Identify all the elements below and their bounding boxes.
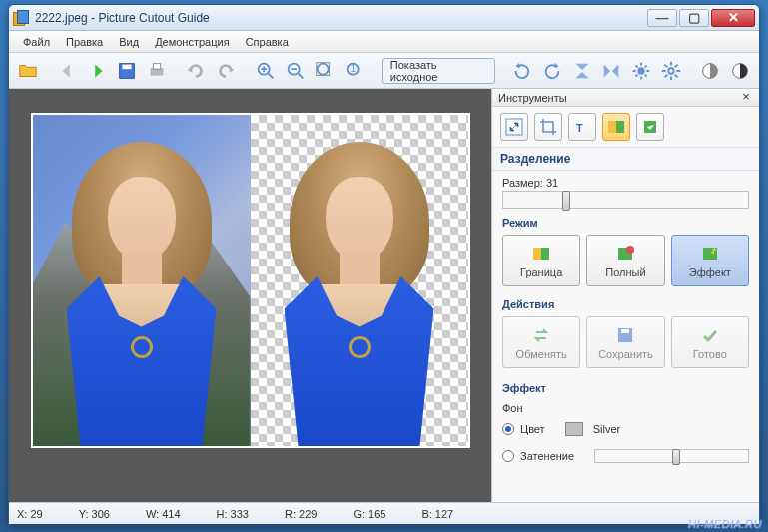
zoom-fit-button[interactable]	[312, 58, 338, 84]
svg-text:T: T	[576, 122, 583, 134]
menu-edit[interactable]: Правка	[58, 36, 111, 48]
mode-full-button[interactable]: Полный	[586, 235, 664, 286]
svg-point-6	[318, 63, 329, 74]
window-title: 2222.jpeg - Picture Cutout Guide	[35, 11, 647, 25]
status-w: W: 414	[146, 508, 181, 520]
color-picker[interactable]: Silver	[565, 422, 621, 436]
menu-file[interactable]: Файл	[15, 36, 58, 48]
main-area: Инструменты × T Разделение Размер: 31 Ре…	[9, 89, 759, 502]
cutout-image	[251, 115, 468, 446]
rotate-right-button[interactable]	[539, 58, 565, 84]
text-tool[interactable]: T	[568, 113, 596, 141]
rotate-left-button[interactable]	[509, 58, 535, 84]
zoom-actual-button[interactable]: 1	[342, 58, 368, 84]
titlebar: 2222.jpeg - Picture Cutout Guide — ▢ ✕	[9, 5, 759, 31]
radio-shade[interactable]: Затенение	[502, 450, 574, 462]
contrast-high-button[interactable]	[727, 58, 753, 84]
svg-point-22	[626, 246, 634, 254]
status-g: G: 165	[353, 508, 385, 520]
status-x: X: 29	[17, 508, 43, 520]
mode-border-button[interactable]: Граница	[502, 235, 580, 286]
svg-rect-3	[153, 63, 160, 68]
svg-text:1: 1	[350, 62, 356, 73]
resize-tool[interactable]	[500, 113, 528, 141]
size-label: Размер:	[502, 177, 543, 189]
menubar: Файл Правка Вид Демонстрация Справка	[9, 31, 759, 53]
svg-rect-20	[541, 248, 549, 260]
canvas-area[interactable]	[9, 89, 491, 502]
redo-button[interactable]	[213, 58, 239, 84]
app-icon	[13, 10, 29, 26]
mode-label: Режим	[492, 215, 759, 231]
save-result-button[interactable]: Сохранить	[586, 316, 664, 368]
done-button[interactable]: Готово	[671, 316, 749, 368]
menu-help[interactable]: Справка	[238, 36, 297, 48]
svg-point-11	[668, 68, 674, 74]
watermark: HI-MEDIA.RU	[688, 518, 762, 530]
zoom-in-button[interactable]	[253, 58, 279, 84]
settings-button[interactable]	[658, 58, 684, 84]
svg-point-10	[637, 67, 644, 74]
close-button[interactable]: ✕	[711, 9, 755, 27]
print-button[interactable]	[144, 58, 170, 84]
brightness-button[interactable]	[628, 58, 654, 84]
toolbar: 1 Показать исходное	[9, 53, 759, 89]
app-window: 2222.jpeg - Picture Cutout Guide — ▢ ✕ Ф…	[8, 4, 760, 524]
svg-rect-1	[122, 64, 131, 69]
status-y: Y: 306	[79, 508, 110, 520]
undo-button[interactable]	[184, 58, 210, 84]
tools-panel: Инструменты × T Разделение Размер: 31 Ре…	[491, 89, 759, 502]
separation-header: Разделение	[492, 148, 759, 171]
status-h: H: 333	[217, 508, 249, 520]
original-image	[33, 115, 251, 446]
flip-vertical-button[interactable]	[569, 58, 595, 84]
status-b: B: 127	[421, 508, 453, 520]
panel-title: Инструменты	[498, 92, 567, 104]
effect-label: Эффект	[492, 378, 759, 396]
contrast-low-button[interactable]	[698, 58, 724, 84]
paste-tool[interactable]	[636, 113, 664, 141]
actions-label: Действия	[492, 296, 759, 312]
mode-effect-button[interactable]: Эффект	[671, 235, 749, 286]
svg-rect-17	[616, 121, 624, 133]
forward-button[interactable]	[84, 58, 110, 84]
svg-rect-16	[608, 121, 616, 133]
back-button[interactable]	[55, 58, 81, 84]
panel-header: Инструменты ×	[492, 89, 759, 107]
separation-tool[interactable]	[602, 113, 630, 141]
open-button[interactable]	[15, 58, 41, 84]
svg-rect-25	[621, 329, 629, 333]
size-value: 31	[546, 177, 558, 189]
status-r: R: 229	[285, 508, 317, 520]
svg-rect-19	[533, 248, 541, 260]
flip-horizontal-button[interactable]	[598, 58, 624, 84]
save-button[interactable]	[114, 58, 140, 84]
panel-close-button[interactable]: ×	[739, 91, 753, 105]
shade-slider[interactable]	[594, 449, 749, 463]
bg-label: Фон	[502, 402, 749, 414]
zoom-out-button[interactable]	[283, 58, 309, 84]
menu-view[interactable]: Вид	[111, 36, 147, 48]
show-original-button[interactable]: Показать исходное	[382, 58, 495, 84]
menu-demo[interactable]: Демонстрация	[147, 36, 238, 48]
swap-button[interactable]: Обменять	[502, 316, 580, 368]
radio-color[interactable]: Цвет	[502, 423, 545, 435]
crop-tool[interactable]	[534, 113, 562, 141]
minimize-button[interactable]: —	[647, 9, 677, 27]
size-slider[interactable]	[502, 191, 749, 209]
maximize-button[interactable]: ▢	[679, 9, 709, 27]
statusbar: X: 29 Y: 306 W: 414 H: 333 R: 229 G: 165…	[9, 502, 759, 524]
